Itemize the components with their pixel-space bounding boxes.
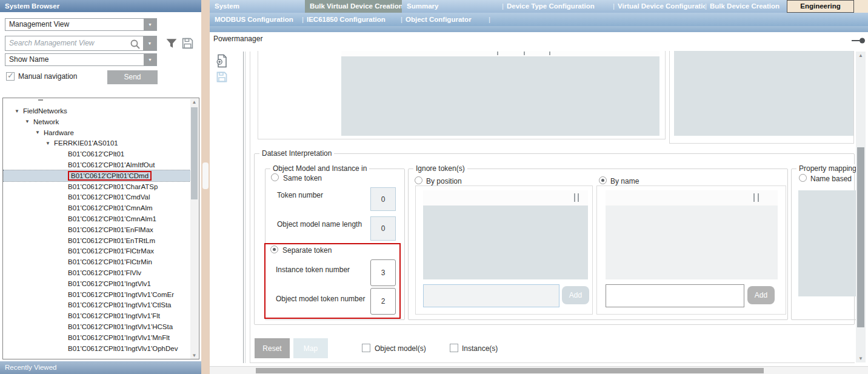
recently-viewed-bar[interactable]: Recently Viewed <box>0 361 201 374</box>
tree-node[interactable]: ▼FERRKIE01'AS0101 <box>4 138 190 149</box>
same-token-radio[interactable] <box>271 173 279 181</box>
tree-leaf[interactable]: B01'C0612'CPlt01'IngtVlv1'Flt <box>4 310 190 321</box>
vertical-scrollbar-thumb[interactable] <box>857 147 864 327</box>
tree-node[interactable]: ▼Network <box>4 116 190 127</box>
scroll-up-icon[interactable]: ▲ <box>856 53 866 58</box>
instance-token-number-field[interactable] <box>370 259 396 286</box>
filter-icon[interactable] <box>165 37 178 50</box>
tree-leaf[interactable]: B01'C0612'CPlt01'IngtVlv1'MnFlt <box>4 332 190 343</box>
token-number-field[interactable] <box>370 187 396 211</box>
tab-engineering[interactable]: Engineering <box>787 0 854 13</box>
tree-leaf[interactable]: B01'C0612'CPlt01'IngtVlv1'OphDev <box>4 343 190 354</box>
tree-leaf-label: B01'C0612'CPlt01'IngtVlv1'Flt <box>68 312 160 319</box>
tree-leaf[interactable]: B01'C0612'CPlt01'FlVlv <box>4 267 190 278</box>
search-placeholder: Search Management View <box>9 39 95 47</box>
system-browser-tree[interactable]: ▼FieldNetworks▼Network▼Hardware▼FERRKIE0… <box>2 98 199 359</box>
separate-token-radio[interactable] <box>270 245 278 253</box>
display-mode-value: Show Name <box>9 54 48 65</box>
instances-checkbox[interactable] <box>450 344 458 352</box>
tree-leaf[interactable]: B01'C0612'CPlt01'CDmd <box>4 170 190 181</box>
expand-arrow-icon[interactable]: ▼ <box>25 119 31 124</box>
tree-scrollbar-thumb[interactable] <box>191 107 198 199</box>
object-models-checkbox[interactable] <box>362 344 370 352</box>
property-mapping-list[interactable] <box>798 190 856 296</box>
save-filter-icon[interactable] <box>181 37 194 50</box>
tree-leaf[interactable]: B01'C0612'CPlt01'AlmItfOut <box>4 159 190 170</box>
tab-summary[interactable]: Summary <box>402 0 502 13</box>
name-based-radio[interactable] <box>799 174 807 182</box>
by-name-input[interactable] <box>606 284 744 307</box>
map-button[interactable]: Map <box>293 338 328 358</box>
view-selector-value: Management View <box>9 19 69 30</box>
tab-bar-row1: SystemBulk Virtual Device CreationSummar… <box>210 0 868 13</box>
tree-leaf[interactable]: B01'C0612'CPlt01 <box>4 149 190 159</box>
send-button[interactable]: Send <box>107 70 158 84</box>
by-position-add-button[interactable]: Add <box>562 286 589 304</box>
tree-leaf[interactable]: B01'C0612'CPlt01'CmnAlm1 <box>4 213 190 224</box>
tab-bulk-virtual-device-creation[interactable]: Bulk Virtual Device Creation <box>305 0 402 13</box>
pane-divider[interactable] <box>243 52 244 363</box>
object-model-name-length-field[interactable] <box>370 216 396 241</box>
same-token-label: Same token <box>283 174 322 182</box>
scroll-down-icon[interactable]: ▼ <box>856 356 866 361</box>
tree-leaf[interactable]: B01'C0612'CPlt01'EnTRtLm <box>4 235 190 246</box>
by-position-list[interactable] <box>423 205 588 279</box>
tree-leaf[interactable]: B01'C0612'CPlt01'IngtVlv1'ComEr <box>4 289 190 300</box>
horizontal-scrollbar[interactable] <box>210 366 868 374</box>
upper-left-list[interactable] <box>341 51 659 136</box>
by-position-radio[interactable] <box>415 176 422 184</box>
pin-icon[interactable] <box>851 38 866 44</box>
expand-arrow-icon[interactable]: ▼ <box>45 141 52 146</box>
tree-leaf[interactable]: B01'C0612'CPlt01'CmdVal <box>4 192 190 202</box>
tab-iec61850-configuration[interactable]: IEC61850 Configuration <box>302 13 401 26</box>
vertical-scrollbar[interactable]: ▲ ▼ <box>856 52 866 362</box>
tree-leaf-label: B01'C0612'CPlt01'FlCtrMin <box>68 258 152 265</box>
tree-leaf[interactable]: B01'C0612'CPlt01'CmnAlm <box>4 202 190 213</box>
tab-bulk-device-creation[interactable]: Bulk Device Creation <box>705 0 787 13</box>
reset-button[interactable]: Reset <box>255 338 290 358</box>
by-name-list[interactable] <box>606 205 778 279</box>
tree-leaf[interactable]: B01'C0612'CPlt01'IngtVlv1'HCSta <box>4 321 190 332</box>
new-document-icon[interactable] <box>216 54 228 68</box>
header-tick <box>758 193 759 202</box>
view-selector-dropdown[interactable]: Management View ▼ <box>5 18 157 31</box>
content-border <box>250 362 855 363</box>
object-model-token-number-field[interactable] <box>370 288 396 315</box>
tab-modbus-configuration[interactable]: MODBUS Configuration <box>210 13 302 26</box>
scroll-down-icon[interactable]: ▼ <box>190 353 198 358</box>
scroll-up-icon[interactable]: ▲ <box>190 99 198 105</box>
engineering-tab-filler <box>854 0 868 13</box>
tab-system[interactable]: System <box>210 0 305 13</box>
upper-right-list[interactable] <box>674 51 853 136</box>
search-icon[interactable] <box>130 39 141 50</box>
chevron-down-icon[interactable]: ▼ <box>144 19 156 30</box>
manual-navigation-checkbox[interactable] <box>6 72 15 81</box>
tree-leaf[interactable]: B01'C0612'CPlt01'CharATSp <box>4 181 190 192</box>
expand-arrow-icon[interactable]: ▼ <box>15 109 21 114</box>
tree-scrollbar[interactable]: ▲ ▼ <box>190 99 198 359</box>
by-name-add-button[interactable]: Add <box>747 286 775 304</box>
tree-leaf[interactable]: B01'C0612'CPlt01'IngtVlv1 <box>4 278 190 289</box>
tab-object-configurator[interactable]: Object Configurator <box>401 13 489 26</box>
search-input[interactable]: Search Management View ▼ <box>5 36 157 51</box>
chevron-down-icon[interactable]: ▼ <box>143 36 156 50</box>
display-mode-dropdown[interactable]: Show Name ▼ <box>5 53 157 66</box>
tab-device-type-configuration[interactable]: Device Type Configuration <box>502 0 613 13</box>
tree-leaf[interactable]: B01'C0612'CPlt01'EnFlMax <box>4 224 190 235</box>
save-icon[interactable] <box>216 71 228 83</box>
tree-leaf[interactable]: B01'C0612'CPlt01'FlCtrMin <box>4 256 190 267</box>
tree-node[interactable]: ▼FieldNetworks <box>4 105 190 116</box>
pane-divider <box>245 52 245 363</box>
tree-leaf-label: B01'C0612'CPlt01'IngtVlv1'ComEr <box>68 291 174 298</box>
expand-arrow-icon[interactable]: ▼ <box>35 130 41 135</box>
tree-leaf[interactable]: B01'C0612'CPlt01'FlCtrMax <box>4 245 190 256</box>
by-name-radio[interactable] <box>599 176 607 184</box>
tab-virtual-device-configuratio[interactable]: Virtual Device Configuratio <box>613 0 705 13</box>
chevron-down-icon[interactable]: ▼ <box>144 54 156 65</box>
tree-leaf[interactable]: B01'C0612'CPlt01'IngtVlv1'CtlSta <box>4 299 190 310</box>
tree-node[interactable]: ▼Hardware <box>4 127 190 138</box>
splitter-handle[interactable] <box>202 162 209 189</box>
horizontal-scrollbar-thumb[interactable] <box>256 368 764 373</box>
tree-leaf-label: B01'C0612'CPlt01'EnTRtLm <box>68 237 155 244</box>
by-position-input[interactable] <box>423 284 559 307</box>
